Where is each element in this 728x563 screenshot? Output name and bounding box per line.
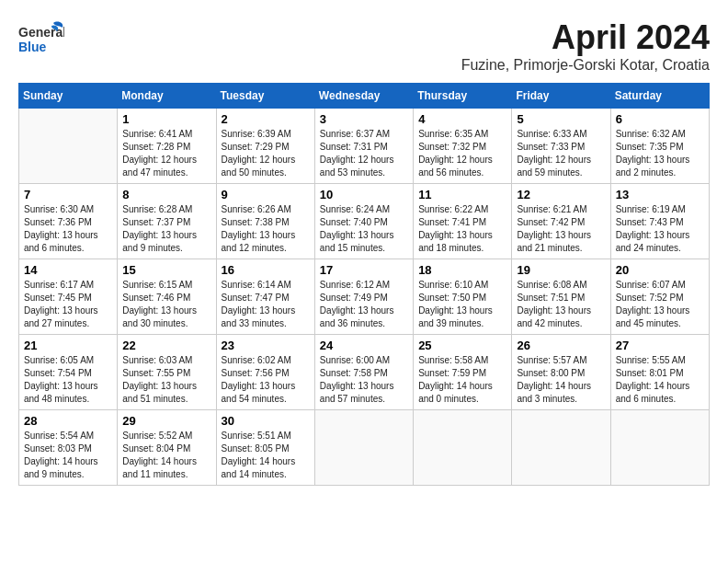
calendar-cell: 13Sunrise: 6:19 AMSunset: 7:43 PMDayligh…: [610, 184, 709, 259]
day-number: 10: [320, 188, 408, 201]
day-number: 3: [320, 112, 408, 126]
day-number: 15: [122, 263, 210, 277]
day-number: 8: [122, 188, 210, 201]
calendar-cell: [610, 410, 709, 486]
day-number: 22: [122, 339, 210, 352]
calendar-cell: 20Sunrise: 6:07 AMSunset: 7:52 PMDayligh…: [610, 259, 709, 335]
calendar-cell: 12Sunrise: 6:21 AMSunset: 7:42 PMDayligh…: [512, 184, 610, 259]
calendar-cell: [414, 410, 512, 486]
day-number: 28: [24, 414, 112, 428]
logo: General Blue: [18, 18, 64, 60]
day-info: Sunrise: 6:24 AMSunset: 7:40 PMDaylight:…: [320, 203, 408, 255]
day-info: Sunrise: 6:07 AMSunset: 7:52 PMDaylight:…: [616, 279, 704, 330]
calendar-cell: 23Sunrise: 6:02 AMSunset: 7:56 PMDayligh…: [216, 335, 314, 410]
day-info: Sunrise: 6:37 AMSunset: 7:31 PMDaylight:…: [320, 128, 408, 179]
day-info: Sunrise: 6:14 AMSunset: 7:47 PMDaylight:…: [222, 279, 310, 330]
day-info: Sunrise: 6:21 AMSunset: 7:42 PMDaylight:…: [517, 203, 605, 255]
calendar-cell: 17Sunrise: 6:12 AMSunset: 7:49 PMDayligh…: [314, 259, 413, 335]
calendar-cell: 4Sunrise: 6:35 AMSunset: 7:32 PMDaylight…: [414, 109, 512, 184]
day-info: Sunrise: 6:17 AMSunset: 7:45 PMDaylight:…: [24, 279, 112, 330]
calendar-cell: 5Sunrise: 6:33 AMSunset: 7:33 PMDaylight…: [512, 109, 610, 184]
day-info: Sunrise: 6:30 AMSunset: 7:36 PMDaylight:…: [24, 203, 112, 255]
day-number: 14: [24, 263, 112, 277]
col-wednesday: Wednesday: [314, 84, 413, 109]
calendar-cell: 22Sunrise: 6:03 AMSunset: 7:55 PMDayligh…: [118, 335, 216, 410]
day-info: Sunrise: 5:51 AMSunset: 8:05 PMDaylight:…: [222, 430, 310, 481]
svg-text:Blue: Blue: [18, 40, 47, 54]
day-number: 2: [222, 112, 310, 126]
calendar-cell: [512, 410, 610, 486]
day-info: Sunrise: 5:52 AMSunset: 8:04 PMDaylight:…: [122, 430, 210, 481]
calendar-cell: 29Sunrise: 5:52 AMSunset: 8:04 PMDayligh…: [118, 410, 216, 486]
day-number: 25: [418, 339, 506, 352]
logo-icon: General Blue: [18, 18, 64, 60]
calendar-week-4: 21Sunrise: 6:05 AMSunset: 7:54 PMDayligh…: [19, 335, 710, 410]
day-number: 11: [418, 188, 506, 201]
calendar-cell: 8Sunrise: 6:28 AMSunset: 7:37 PMDaylight…: [118, 184, 216, 259]
calendar-cell: 6Sunrise: 6:32 AMSunset: 7:35 PMDaylight…: [610, 109, 709, 184]
day-number: 5: [517, 112, 605, 126]
day-number: 6: [616, 112, 704, 126]
calendar-cell: 19Sunrise: 6:08 AMSunset: 7:51 PMDayligh…: [512, 259, 610, 335]
day-info: Sunrise: 5:57 AMSunset: 8:00 PMDaylight:…: [517, 354, 605, 406]
calendar-cell: 25Sunrise: 5:58 AMSunset: 7:59 PMDayligh…: [414, 335, 512, 410]
day-info: Sunrise: 6:05 AMSunset: 7:54 PMDaylight:…: [24, 354, 112, 406]
location-title: Fuzine, Primorje-Gorski Kotar, Croatia: [461, 57, 710, 74]
day-info: Sunrise: 5:55 AMSunset: 8:01 PMDaylight:…: [616, 354, 704, 406]
calendar-cell: 9Sunrise: 6:26 AMSunset: 7:38 PMDaylight…: [216, 184, 314, 259]
day-number: 29: [122, 414, 210, 428]
day-number: 21: [24, 339, 112, 352]
day-info: Sunrise: 6:02 AMSunset: 7:56 PMDaylight:…: [222, 354, 310, 406]
calendar-cell: 21Sunrise: 6:05 AMSunset: 7:54 PMDayligh…: [19, 335, 118, 410]
calendar-cell: 18Sunrise: 6:10 AMSunset: 7:50 PMDayligh…: [414, 259, 512, 335]
day-number: 13: [616, 188, 704, 201]
col-sunday: Sunday: [19, 84, 118, 109]
calendar-cell: 27Sunrise: 5:55 AMSunset: 8:01 PMDayligh…: [610, 335, 709, 410]
day-info: Sunrise: 6:19 AMSunset: 7:43 PMDaylight:…: [616, 203, 704, 255]
day-number: 9: [222, 188, 310, 201]
day-number: 16: [222, 263, 310, 277]
day-info: Sunrise: 5:58 AMSunset: 7:59 PMDaylight:…: [418, 354, 506, 406]
calendar-cell: 3Sunrise: 6:37 AMSunset: 7:31 PMDaylight…: [314, 109, 413, 184]
day-number: 1: [122, 112, 210, 126]
calendar-table: Sunday Monday Tuesday Wednesday Thursday…: [18, 83, 710, 486]
day-info: Sunrise: 6:28 AMSunset: 7:37 PMDaylight:…: [122, 203, 210, 255]
day-number: 4: [418, 112, 506, 126]
day-info: Sunrise: 6:33 AMSunset: 7:33 PMDaylight:…: [517, 128, 605, 179]
col-saturday: Saturday: [610, 84, 709, 109]
day-number: 26: [517, 339, 605, 352]
day-number: 12: [517, 188, 605, 201]
day-info: Sunrise: 6:32 AMSunset: 7:35 PMDaylight:…: [616, 128, 704, 179]
calendar-cell: 11Sunrise: 6:22 AMSunset: 7:41 PMDayligh…: [414, 184, 512, 259]
col-thursday: Thursday: [414, 84, 512, 109]
calendar-cell: 16Sunrise: 6:14 AMSunset: 7:47 PMDayligh…: [216, 259, 314, 335]
calendar-week-5: 28Sunrise: 5:54 AMSunset: 8:03 PMDayligh…: [19, 410, 710, 486]
calendar-week-2: 7Sunrise: 6:30 AMSunset: 7:36 PMDaylight…: [19, 184, 710, 259]
calendar-cell: [314, 410, 413, 486]
calendar-cell: 7Sunrise: 6:30 AMSunset: 7:36 PMDaylight…: [19, 184, 118, 259]
day-info: Sunrise: 6:22 AMSunset: 7:41 PMDaylight:…: [418, 203, 506, 255]
day-info: Sunrise: 6:26 AMSunset: 7:38 PMDaylight:…: [222, 203, 310, 255]
day-number: 23: [222, 339, 310, 352]
col-monday: Monday: [118, 84, 216, 109]
day-info: Sunrise: 6:10 AMSunset: 7:50 PMDaylight:…: [418, 279, 506, 330]
calendar-cell: 14Sunrise: 6:17 AMSunset: 7:45 PMDayligh…: [19, 259, 118, 335]
calendar-cell: 30Sunrise: 5:51 AMSunset: 8:05 PMDayligh…: [216, 410, 314, 486]
day-info: Sunrise: 6:03 AMSunset: 7:55 PMDaylight:…: [122, 354, 210, 406]
day-number: 20: [616, 263, 704, 277]
calendar-cell: 28Sunrise: 5:54 AMSunset: 8:03 PMDayligh…: [19, 410, 118, 486]
calendar-week-1: 1Sunrise: 6:41 AMSunset: 7:28 PMDaylight…: [19, 109, 710, 184]
day-info: Sunrise: 6:08 AMSunset: 7:51 PMDaylight:…: [517, 279, 605, 330]
col-friday: Friday: [512, 84, 610, 109]
day-info: Sunrise: 6:41 AMSunset: 7:28 PMDaylight:…: [122, 128, 210, 179]
day-info: Sunrise: 6:00 AMSunset: 7:58 PMDaylight:…: [320, 354, 408, 406]
day-number: 30: [222, 414, 310, 428]
calendar-cell: [19, 109, 118, 184]
day-number: 19: [517, 263, 605, 277]
day-number: 24: [320, 339, 408, 352]
calendar-cell: 15Sunrise: 6:15 AMSunset: 7:46 PMDayligh…: [118, 259, 216, 335]
day-info: Sunrise: 6:35 AMSunset: 7:32 PMDaylight:…: [418, 128, 506, 179]
calendar-cell: 1Sunrise: 6:41 AMSunset: 7:28 PMDaylight…: [118, 109, 216, 184]
title-area: April 2024 Fuzine, Primorje-Gorski Kotar…: [461, 18, 710, 74]
calendar-cell: 2Sunrise: 6:39 AMSunset: 7:29 PMDaylight…: [216, 109, 314, 184]
